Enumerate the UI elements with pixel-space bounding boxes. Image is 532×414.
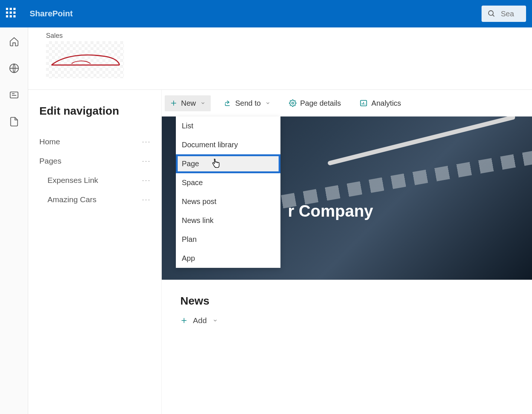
- nav-item-label: Home: [39, 137, 60, 146]
- analytics-icon: [359, 99, 368, 107]
- app-launcher-icon[interactable]: [6, 8, 18, 20]
- nav-item[interactable]: Home···: [39, 132, 154, 151]
- hero-road-line: [327, 116, 515, 166]
- page-details-label: Page details: [300, 99, 341, 108]
- more-icon[interactable]: ···: [142, 196, 151, 204]
- send-to-label: Send to: [235, 99, 261, 108]
- new-menu-item[interactable]: Document library: [176, 135, 280, 154]
- left-rail: [0, 27, 28, 414]
- new-menu-item[interactable]: News post: [176, 192, 280, 211]
- news-add-label: Add: [193, 316, 207, 325]
- nav-item-label: Expenses Link: [47, 176, 98, 185]
- main-area: Sales Edit navigation Home···Pages···Exp…: [28, 27, 532, 414]
- analytics-label: Analytics: [371, 99, 401, 108]
- new-menu-item[interactable]: App: [176, 249, 280, 268]
- hero-rail-stripes: [237, 149, 532, 216]
- edit-navigation-panel: Edit navigation Home···Pages···Expenses …: [28, 90, 162, 414]
- nav-item-label: Amazing Cars: [47, 195, 96, 204]
- chevron-down-icon: [213, 316, 218, 325]
- news-icon[interactable]: [9, 90, 19, 102]
- new-menu-item[interactable]: List: [176, 116, 280, 135]
- more-icon[interactable]: ···: [142, 177, 151, 184]
- nav-item[interactable]: Amazing Cars···: [39, 190, 154, 209]
- search-box[interactable]: [482, 6, 526, 22]
- site-logo[interactable]: [46, 41, 124, 78]
- share-icon: [224, 99, 231, 107]
- cursor-hand-icon: [211, 159, 220, 172]
- page-details-button[interactable]: Page details: [284, 95, 346, 111]
- page-toolbar: New Send to: [162, 90, 532, 116]
- search-input[interactable]: [501, 10, 523, 18]
- home-icon[interactable]: [9, 36, 19, 48]
- site-header: Sales: [28, 27, 532, 90]
- news-heading: News: [180, 295, 513, 307]
- plus-icon: [180, 317, 188, 324]
- svg-point-0: [489, 11, 493, 16]
- nav-item[interactable]: Expenses Link···: [39, 171, 154, 190]
- svg-point-8: [292, 102, 293, 104]
- gear-icon: [289, 99, 296, 107]
- hero-title: r Company: [288, 202, 373, 220]
- chevron-down-icon: [265, 99, 270, 108]
- search-icon: [487, 10, 496, 18]
- app-name: SharePoint: [30, 9, 73, 19]
- new-button-label: New: [181, 99, 196, 108]
- svg-line-1: [493, 15, 495, 17]
- nav-item[interactable]: Pages···: [39, 151, 154, 171]
- new-menu-dropdown: ListDocument libraryPageSpaceNews postNe…: [176, 116, 280, 268]
- send-to-button[interactable]: Send to: [219, 95, 276, 111]
- new-menu-item[interactable]: Space: [176, 173, 280, 192]
- more-icon[interactable]: ···: [142, 157, 151, 165]
- new-menu-item[interactable]: Plan: [176, 230, 280, 249]
- globe-icon[interactable]: [9, 63, 19, 75]
- analytics-button[interactable]: Analytics: [354, 95, 406, 111]
- content-row: Edit navigation Home···Pages···Expenses …: [28, 90, 532, 414]
- new-button[interactable]: New: [165, 95, 211, 111]
- car-logo-icon: [50, 50, 120, 69]
- more-icon[interactable]: ···: [142, 138, 151, 146]
- site-label: Sales: [46, 32, 514, 40]
- file-icon[interactable]: [9, 116, 19, 128]
- new-menu-item[interactable]: Page: [176, 154, 280, 173]
- page-pane: New Send to: [162, 90, 532, 414]
- nav-item-label: Pages: [39, 157, 62, 165]
- news-section: News Add: [162, 280, 532, 341]
- suite-bar: SharePoint: [0, 0, 532, 27]
- svg-rect-3: [10, 92, 18, 98]
- plus-icon: [170, 99, 177, 107]
- edit-nav-title: Edit navigation: [39, 105, 154, 117]
- chevron-down-icon: [200, 99, 206, 108]
- new-menu-item[interactable]: News link: [176, 211, 280, 230]
- news-add-button[interactable]: Add: [180, 316, 218, 325]
